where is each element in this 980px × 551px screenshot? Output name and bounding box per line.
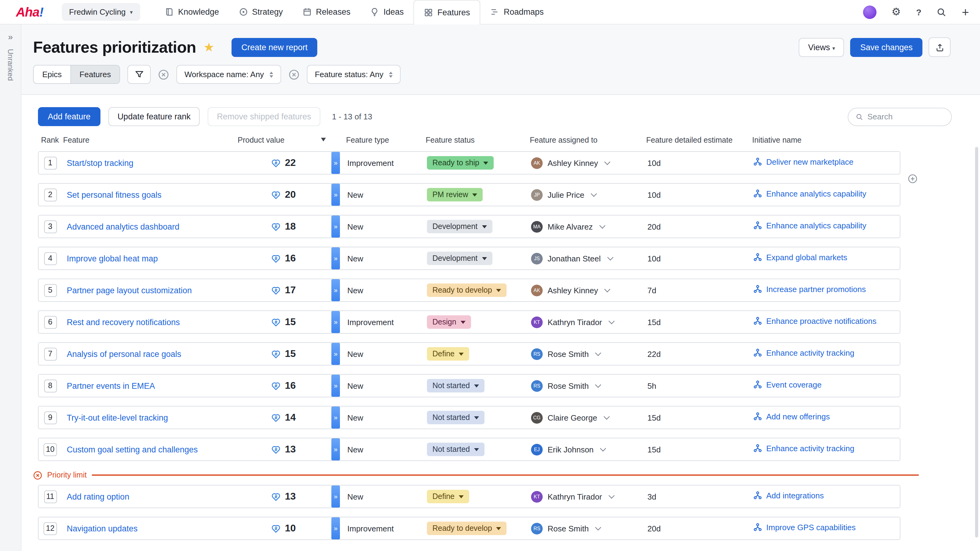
- status-badge[interactable]: Not started: [427, 411, 485, 424]
- col-product-value[interactable]: Product value: [235, 136, 331, 144]
- remove-shipped-button[interactable]: Remove shipped features: [208, 107, 320, 126]
- initiative-link[interactable]: Enhance analytics capability: [753, 189, 866, 198]
- status-badge[interactable]: Design: [427, 315, 471, 329]
- promote-chip-icon[interactable]: »: [331, 311, 340, 333]
- promote-chip-icon[interactable]: »: [331, 343, 340, 365]
- assignee-dropdown[interactable]: AK Ashley Kinney: [527, 284, 644, 296]
- remove-status-filter-icon[interactable]: [288, 69, 299, 80]
- nav-item-strategy[interactable]: Strategy: [229, 0, 293, 24]
- status-badge[interactable]: PM review: [427, 188, 483, 202]
- assignee-dropdown[interactable]: KT Kathryn Tirador: [527, 316, 644, 328]
- search-icon[interactable]: [937, 7, 947, 17]
- promote-chip-icon[interactable]: »: [331, 486, 340, 508]
- feature-link[interactable]: Navigation updates: [67, 524, 137, 533]
- nav-item-ideas[interactable]: Ideas: [360, 0, 414, 24]
- promote-chip-icon[interactable]: »: [331, 517, 340, 539]
- search-box[interactable]: [848, 108, 952, 126]
- create-report-button[interactable]: Create new report: [232, 38, 317, 57]
- initiative-link[interactable]: Add new offerings: [753, 412, 830, 421]
- assignee-dropdown[interactable]: KT Kathryn Tirador: [527, 491, 644, 502]
- nav-item-roadmaps[interactable]: Roadmaps: [480, 0, 554, 24]
- assignee-dropdown[interactable]: RS Rose Smith: [527, 380, 644, 392]
- feature-link[interactable]: Improve global heat map: [67, 254, 158, 263]
- initiative-link[interactable]: Enhance proactive notifications: [753, 316, 877, 326]
- feature-link[interactable]: Add rating option: [67, 492, 129, 502]
- aha-logo[interactable]: Aha!: [16, 0, 43, 24]
- views-button[interactable]: Views ▾: [799, 38, 844, 57]
- assignee-dropdown[interactable]: CG Claire George: [527, 412, 644, 423]
- rank-box: 11: [44, 490, 57, 503]
- nav-item-knowledge[interactable]: Knowledge: [155, 0, 229, 24]
- assignee-dropdown[interactable]: EJ Erik Johnson: [527, 443, 644, 455]
- status-badge[interactable]: Development: [427, 220, 492, 233]
- help-icon[interactable]: ?: [916, 7, 921, 17]
- status-badge[interactable]: Not started: [427, 443, 485, 456]
- save-changes-button[interactable]: Save changes: [850, 38, 923, 57]
- nav-item-releases[interactable]: Releases: [293, 0, 360, 24]
- update-rank-button[interactable]: Update feature rank: [108, 107, 200, 126]
- feature-link[interactable]: Rest and recovery notifications: [67, 318, 180, 327]
- gear-icon[interactable]: ⚙: [891, 5, 901, 18]
- feature-link[interactable]: Partner events in EMEA: [67, 381, 155, 391]
- status-badge[interactable]: Development: [427, 252, 492, 265]
- favorite-star-icon[interactable]: ★: [204, 40, 215, 54]
- search-input[interactable]: [867, 112, 944, 121]
- feature-link[interactable]: Analysis of personal race goals: [67, 349, 181, 359]
- promote-chip-icon[interactable]: »: [331, 152, 340, 174]
- initiative-link[interactable]: Enhance activity tracking: [753, 348, 854, 357]
- sort-desc-icon[interactable]: [321, 138, 326, 141]
- status-filter-dropdown[interactable]: Feature status: Any: [307, 65, 401, 84]
- initiative-link[interactable]: Expand global markets: [753, 253, 847, 262]
- feature-link[interactable]: Advanced analytics dashboard: [67, 222, 180, 232]
- assignee-dropdown[interactable]: RS Rose Smith: [527, 348, 644, 360]
- vertical-scrollbar[interactable]: [975, 147, 978, 538]
- initiative-name: Improve GPS capabilities: [766, 523, 856, 532]
- workspace-filter-dropdown[interactable]: Workspace name: Any: [177, 65, 281, 84]
- rank-cell: 10: [38, 443, 62, 456]
- expand-panel-icon[interactable]: »: [8, 32, 13, 41]
- promote-chip-icon[interactable]: »: [331, 216, 340, 238]
- status-badge[interactable]: Define: [427, 490, 469, 503]
- status-badge[interactable]: Ready to develop: [427, 283, 507, 297]
- status-badge[interactable]: Ready to develop: [427, 522, 507, 535]
- initiative-link[interactable]: Increase partner promotions: [753, 285, 866, 294]
- unranked-label[interactable]: Unranked: [6, 49, 15, 81]
- filter-button[interactable]: [127, 65, 151, 84]
- promote-chip-icon[interactable]: »: [331, 438, 340, 460]
- promote-chip-icon[interactable]: »: [331, 279, 340, 301]
- initiative-link[interactable]: Improve GPS capabilities: [753, 523, 856, 532]
- promote-chip-icon[interactable]: »: [331, 375, 340, 397]
- nav-item-features[interactable]: Features: [414, 0, 480, 24]
- remove-workspace-filter-icon[interactable]: [158, 69, 169, 80]
- initiative-link[interactable]: Event coverage: [753, 380, 822, 389]
- assignee-dropdown[interactable]: AK Ashley Kinney: [527, 157, 644, 169]
- status-badge[interactable]: Not started: [427, 379, 485, 392]
- feature-link[interactable]: Set personal fitness goals: [67, 191, 161, 200]
- assignee-dropdown[interactable]: JS Jonathan Steel: [527, 252, 644, 264]
- initiative-link[interactable]: Enhance activity tracking: [753, 444, 854, 453]
- status-badge[interactable]: Define: [427, 347, 469, 360]
- promote-chip-icon[interactable]: »: [331, 184, 340, 206]
- feature-link[interactable]: Start/stop tracking: [67, 159, 134, 168]
- add-column-icon[interactable]: [908, 174, 918, 186]
- add-feature-button[interactable]: Add feature: [38, 107, 100, 126]
- epics-tab[interactable]: Epics: [34, 65, 70, 83]
- assignee-dropdown[interactable]: MA Mike Alvarez: [527, 221, 644, 232]
- workspace-selector[interactable]: Fredwin Cycling ▾: [62, 3, 140, 21]
- add-icon[interactable]: +: [962, 6, 969, 18]
- share-button[interactable]: [929, 37, 951, 57]
- feature-link[interactable]: Custom goal setting and challenges: [67, 445, 198, 454]
- promote-chip-icon[interactable]: »: [331, 407, 340, 429]
- initiative-link[interactable]: Add integrations: [753, 491, 824, 500]
- assignee-dropdown[interactable]: JP Julie Price: [527, 189, 644, 200]
- initiative-link[interactable]: Deliver new marketplace: [753, 157, 854, 167]
- user-avatar[interactable]: [863, 5, 876, 19]
- assignee-dropdown[interactable]: RS Rose Smith: [527, 522, 644, 534]
- features-tab[interactable]: Features: [70, 65, 120, 83]
- initiative-link[interactable]: Enhance analytics capability: [753, 221, 866, 230]
- feature-link[interactable]: Partner page layout customization: [67, 286, 192, 295]
- rank-box: 5: [44, 284, 57, 297]
- promote-chip-icon[interactable]: »: [331, 247, 340, 269]
- status-badge[interactable]: Ready to ship: [427, 156, 494, 170]
- feature-link[interactable]: Try-it-out elite-level tracking: [67, 413, 168, 422]
